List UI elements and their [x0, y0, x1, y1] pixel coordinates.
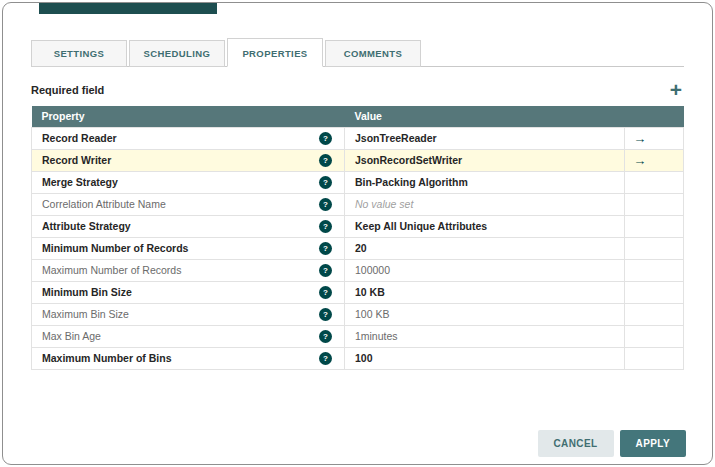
help-icon[interactable]: ? — [319, 352, 332, 365]
property-name: Merge Strategy — [42, 176, 319, 188]
table-row[interactable]: Attribute Strategy ? Keep All Unique Att… — [32, 215, 684, 237]
table-row[interactable]: Record Reader ? JsonTreeReader → — [32, 127, 684, 149]
property-value[interactable]: 20 — [355, 242, 367, 254]
property-value[interactable]: Bin-Packing Algorithm — [355, 176, 468, 188]
property-value[interactable]: JsonTreeReader — [355, 132, 437, 144]
table-row[interactable]: Maximum Number of Records ? 100000 — [32, 259, 684, 281]
column-header-value: Value — [344, 106, 624, 127]
table-toolbar: Required field + — [31, 77, 684, 103]
table-row[interactable]: Minimum Number of Records ? 20 — [32, 237, 684, 259]
property-table: Property Value Record Reader ? JsonTreeR… — [31, 106, 684, 370]
property-name: Correlation Attribute Name — [42, 198, 319, 210]
help-icon[interactable]: ? — [319, 176, 332, 189]
help-icon[interactable]: ? — [319, 132, 332, 145]
tab-scheduling[interactable]: SCHEDULING — [129, 40, 225, 67]
property-name: Max Bin Age — [42, 330, 319, 342]
help-icon[interactable]: ? — [319, 242, 332, 255]
table-row[interactable]: Minimum Bin Size ? 10 KB — [32, 281, 684, 303]
required-field-label: Required field — [31, 84, 104, 96]
go-to-service-arrow-icon[interactable]: → — [633, 131, 646, 146]
table-row[interactable]: Merge Strategy ? Bin-Packing Algorithm — [32, 171, 684, 193]
property-name: Record Reader — [42, 132, 319, 144]
add-property-button[interactable]: + — [668, 81, 684, 99]
property-value[interactable]: 100 KB — [355, 308, 389, 320]
tab-settings[interactable]: SETTINGS — [31, 40, 127, 67]
table-row[interactable]: Max Bin Age ? 1minutes — [32, 325, 684, 347]
tab-bar: SETTINGS SCHEDULING PROPERTIES COMMENTS — [31, 38, 684, 67]
go-to-service-arrow-icon[interactable]: → — [633, 153, 646, 168]
property-value[interactable]: Keep All Unique Attributes — [355, 220, 487, 232]
help-icon[interactable]: ? — [319, 286, 332, 299]
apply-button[interactable]: APPLY — [620, 430, 686, 457]
property-name: Maximum Number of Records — [42, 264, 319, 276]
property-value[interactable]: 100 — [355, 352, 373, 364]
table-row[interactable]: Maximum Bin Size ? 100 KB — [32, 303, 684, 325]
column-header-property: Property — [32, 106, 345, 127]
table-row[interactable]: Maximum Number of Bins ? 100 — [32, 347, 684, 369]
dialog-footer: CANCEL APPLY — [538, 430, 687, 457]
property-name: Maximum Bin Size — [42, 308, 319, 320]
help-icon[interactable]: ? — [319, 330, 332, 343]
property-name: Minimum Bin Size — [42, 286, 319, 298]
table-row[interactable]: Record Writer ? JsonRecordSetWriter → — [32, 149, 684, 171]
cancel-button[interactable]: CANCEL — [538, 430, 614, 457]
help-icon[interactable]: ? — [319, 220, 332, 233]
property-value[interactable]: 10 KB — [355, 286, 385, 298]
help-icon[interactable]: ? — [319, 198, 332, 211]
property-name: Attribute Strategy — [42, 220, 319, 232]
property-value[interactable]: 100000 — [355, 264, 390, 276]
property-value[interactable]: 1minutes — [355, 330, 398, 342]
table-header-row: Property Value — [32, 106, 684, 127]
help-icon[interactable]: ? — [319, 308, 332, 321]
tab-comments[interactable]: COMMENTS — [325, 40, 421, 67]
property-name: Maximum Number of Bins — [42, 352, 319, 364]
dialog-title-bar-fragment — [39, 3, 217, 14]
property-name: Record Writer — [42, 154, 319, 166]
property-name: Minimum Number of Records — [42, 242, 319, 254]
help-icon[interactable]: ? — [319, 264, 332, 277]
tab-properties[interactable]: PROPERTIES — [227, 38, 323, 67]
column-header-actions — [625, 106, 684, 127]
help-icon[interactable]: ? — [319, 154, 332, 167]
dialog-content: SETTINGS SCHEDULING PROPERTIES COMMENTS … — [3, 3, 712, 370]
processor-config-dialog: SETTINGS SCHEDULING PROPERTIES COMMENTS … — [2, 2, 713, 465]
property-value[interactable]: JsonRecordSetWriter — [355, 154, 462, 166]
table-row[interactable]: Correlation Attribute Name ? No value se… — [32, 193, 684, 215]
property-value[interactable]: No value set — [355, 198, 413, 210]
